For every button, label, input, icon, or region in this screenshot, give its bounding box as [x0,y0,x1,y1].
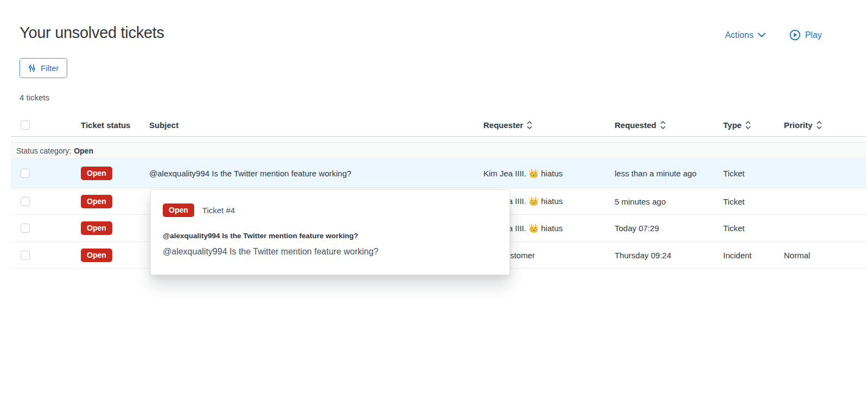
popover-header: Open Ticket #4 [163,203,497,217]
priority-cell: Normal [784,251,866,260]
type-cell: Ticket [723,224,784,233]
filter-sliders-icon [28,64,36,72]
status-badge: Open [81,249,112,262]
actions-button[interactable]: Actions [725,30,765,40]
requested-cell: less than a minute ago [615,169,723,178]
group-value: Open [74,147,93,155]
column-header-requested[interactable]: Requested [615,120,723,130]
column-header-type[interactable]: Type [723,120,784,130]
popover-subject-title: @alexquality994 Is the Twitter mention f… [163,232,497,240]
status-badge: Open [81,167,112,180]
filter-label: Filter [41,63,59,73]
group-label: Status category: [16,147,71,155]
column-header-ticket-status: Ticket status [81,120,149,130]
toolbar: Actions Play [725,29,822,41]
row-checkbox[interactable] [21,224,30,233]
sort-icon [660,121,666,129]
sort-icon [745,121,751,129]
requester-cell: Kim Jea IIII. 👑 hiatus [483,169,615,179]
type-cell: Ticket [723,197,784,206]
filter-button[interactable]: Filter [20,58,67,78]
status-badge: Open [81,195,112,208]
status-badge: Open [81,221,112,235]
ticket-reference: Ticket #4 [202,206,235,215]
page-title: Your unsolved tickets [20,24,164,42]
row-checkbox[interactable] [21,197,30,206]
requested-cell: Thursday 09:24 [615,251,723,260]
actions-label: Actions [725,30,753,40]
ticket-preview-popover: Open Ticket #4 @alexquality994 Is the Tw… [150,189,510,275]
ticket-count: 4 tickets [20,93,49,102]
select-all-checkbox[interactable] [21,120,30,130]
status-badge: Open [163,203,194,217]
requested-cell: 5 minutes ago [615,197,723,206]
sort-icon [816,121,822,129]
column-header-subject: Subject [149,120,483,130]
popover-subject-description: @alexquality994 Is the Twitter mention f… [163,247,497,257]
play-label: Play [805,30,822,40]
table-row[interactable]: Open @alexquality994 Is the Twitter ment… [11,159,866,188]
table-header-row: Ticket status Subject Requester Requeste… [11,114,866,137]
column-header-priority[interactable]: Priority [784,120,866,130]
column-header-requester[interactable]: Requester [483,120,615,130]
play-button[interactable]: Play [789,29,822,41]
play-icon [789,29,801,41]
status-category-group-row: Status category: Open [11,142,866,159]
row-checkbox[interactable] [21,169,30,178]
sort-icon [527,121,532,129]
type-cell: Ticket [723,169,784,178]
chevron-down-icon [758,33,765,37]
type-cell: Incident [723,251,784,260]
subject-cell: @alexquality994 Is the Twitter mention f… [149,169,483,178]
row-checkbox[interactable] [21,251,30,260]
requested-cell: Today 07:29 [615,224,723,233]
